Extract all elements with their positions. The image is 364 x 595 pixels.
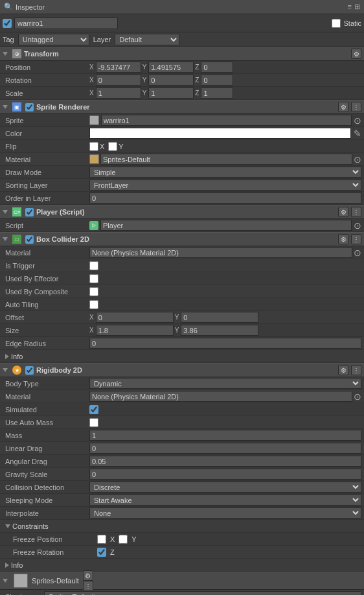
- rotation-z-input[interactable]: [201, 75, 233, 86]
- gravity-scale-input[interactable]: [89, 469, 361, 480]
- sprite-renderer-settings-btn[interactable]: ⚙: [338, 102, 348, 112]
- grid-icon[interactable]: ⊞: [354, 3, 360, 11]
- scale-label: Scale: [5, 89, 89, 97]
- collision-detection-select[interactable]: Discrete: [89, 482, 361, 493]
- body-type-select[interactable]: Dynamic: [89, 378, 361, 389]
- sprite-pick-btn[interactable]: ⊙: [354, 115, 361, 126]
- sprite-renderer-enabled-checkbox[interactable]: [25, 103, 34, 111]
- box-collider-more-btn[interactable]: ⋮: [351, 234, 361, 244]
- tag-label: Tag: [3, 36, 14, 43]
- used-by-composite-checkbox[interactable]: [89, 287, 98, 296]
- bc-size-row: Size X Y: [0, 324, 364, 337]
- transform-icon: ⊕: [12, 49, 21, 58]
- box-collider-header[interactable]: □ Box Collider 2D ⚙ ⋮: [0, 232, 364, 246]
- size-y-input[interactable]: [181, 325, 258, 336]
- rotation-x-input[interactable]: [96, 75, 141, 86]
- used-by-effector-row: Used By Effector: [0, 272, 364, 285]
- player-script-more-btn[interactable]: ⋮: [351, 207, 361, 217]
- position-y-input[interactable]: [148, 62, 194, 73]
- bc-info-row[interactable]: Info: [0, 350, 364, 363]
- order-in-layer-input[interactable]: [89, 192, 361, 204]
- tag-select[interactable]: Untagged: [18, 34, 89, 45]
- freeze-pos-y-checkbox[interactable]: [119, 535, 128, 544]
- rigidbody-enabled-checkbox[interactable]: [25, 366, 34, 375]
- freeze-rot-z-checkbox[interactable]: [97, 548, 106, 557]
- layer-select[interactable]: Default: [115, 34, 179, 45]
- sprites-default-settings-btn[interactable]: ⚙: [83, 570, 93, 581]
- edge-radius-label: Edge Radius: [5, 340, 89, 347]
- player-script-settings-btn[interactable]: ⚙: [338, 207, 348, 217]
- menu-icon[interactable]: ≡: [348, 3, 352, 11]
- sr-material-input[interactable]: [100, 154, 352, 165]
- sprite-renderer-more-btn[interactable]: ⋮: [351, 102, 361, 112]
- sprite-renderer-title: Sprite Renderer: [36, 103, 90, 111]
- linear-drag-input[interactable]: [89, 443, 361, 454]
- rb-material-pick-btn[interactable]: ⊙: [354, 391, 361, 402]
- angular-drag-field: [89, 456, 361, 467]
- rb-material-row: Material ⊙: [0, 390, 364, 403]
- box-collider-actions: ⚙ ⋮: [338, 234, 361, 244]
- rotation-y-input[interactable]: [148, 75, 194, 86]
- bc-material-input[interactable]: [89, 247, 352, 258]
- bc-material-label: Material: [5, 249, 89, 257]
- rb-info-row[interactable]: Info: [0, 559, 364, 572]
- interpolate-select[interactable]: None: [89, 508, 361, 519]
- player-script-header[interactable]: C# Player (Script) ⚙ ⋮: [0, 205, 364, 219]
- sorting-layer-select[interactable]: FrontLayer: [89, 180, 361, 191]
- object-name-input[interactable]: [14, 18, 118, 29]
- constraints-header[interactable]: Constraints: [0, 520, 364, 533]
- static-checkbox[interactable]: [332, 19, 341, 28]
- sprites-default-more-btn[interactable]: ⋮: [83, 581, 93, 591]
- sprite-renderer-header[interactable]: ▣ Sprite Renderer ⚙ ⋮: [0, 100, 364, 114]
- box-collider-enabled-checkbox[interactable]: [25, 235, 34, 244]
- player-script-actions: ⚙ ⋮: [338, 207, 361, 217]
- use-auto-mass-checkbox[interactable]: [89, 418, 98, 427]
- bc-offset-row: Offset X Y: [0, 311, 364, 324]
- rigidbody-header[interactable]: ★ Rigidbody 2D ⚙ ⋮: [0, 363, 364, 377]
- freeze-pos-x-checkbox[interactable]: [97, 535, 106, 544]
- object-enabled-checkbox[interactable]: [3, 19, 12, 28]
- flip-x-checkbox[interactable]: [89, 142, 98, 151]
- rigidbody-more-btn[interactable]: ⋮: [351, 365, 361, 375]
- scale-x-input[interactable]: [96, 88, 141, 99]
- rb-material-input[interactable]: [89, 391, 352, 402]
- draw-mode-select[interactable]: Simple: [89, 167, 361, 178]
- offset-x-input[interactable]: [96, 312, 174, 323]
- edge-radius-input[interactable]: [89, 338, 361, 349]
- color-swatch[interactable]: [89, 128, 351, 139]
- used-by-effector-checkbox[interactable]: [89, 274, 98, 283]
- sr-material-pick-btn[interactable]: ⊙: [354, 154, 361, 165]
- scale-y-input[interactable]: [148, 88, 194, 99]
- layer-label: Layer: [93, 36, 111, 43]
- size-x-input[interactable]: [96, 325, 174, 336]
- color-edit-btn[interactable]: ✎: [354, 128, 361, 139]
- player-script-enabled-checkbox[interactable]: [25, 208, 34, 216]
- is-trigger-row: Is Trigger: [0, 259, 364, 272]
- is-trigger-checkbox[interactable]: [89, 261, 98, 270]
- scale-y-label: Y: [142, 89, 147, 97]
- scale-z-input[interactable]: [201, 88, 233, 99]
- auto-tiling-checkbox[interactable]: [89, 300, 98, 309]
- color-label: Color: [5, 130, 89, 137]
- flip-y-checkbox[interactable]: [108, 142, 117, 151]
- sprite-input[interactable]: [101, 115, 352, 126]
- transform-settings-btn[interactable]: ⚙: [351, 49, 361, 59]
- box-collider-settings-btn[interactable]: ⚙: [338, 234, 348, 244]
- bc-size-label: Size: [5, 327, 89, 334]
- shader-select[interactable]: Sprites/Default: [44, 591, 361, 596]
- position-z-input[interactable]: [201, 62, 233, 73]
- sprites-default-header[interactable]: Sprites-Default ⚙ ⋮: [0, 572, 364, 590]
- sleeping-mode-select[interactable]: Start Awake: [89, 495, 361, 506]
- script-input[interactable]: [100, 220, 352, 231]
- transform-header[interactable]: ⊕ Transform ⚙: [0, 47, 364, 61]
- flip-field: X Y: [89, 142, 361, 151]
- position-x-input[interactable]: [96, 62, 141, 73]
- angular-drag-input[interactable]: [89, 456, 361, 467]
- rigidbody-settings-btn[interactable]: ⚙: [338, 365, 348, 375]
- bc-material-pick-btn[interactable]: ⊙: [354, 248, 361, 258]
- mass-input[interactable]: [89, 430, 361, 441]
- simulated-checkbox[interactable]: [89, 405, 98, 414]
- offset-y-input[interactable]: [181, 312, 258, 323]
- used-by-effector-label: Used By Effector: [5, 275, 89, 283]
- script-pick-btn[interactable]: ⊙: [354, 220, 361, 231]
